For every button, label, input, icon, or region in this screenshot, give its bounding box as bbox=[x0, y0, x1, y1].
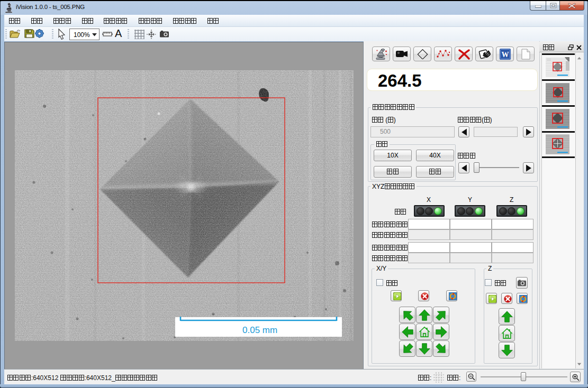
svg-text:W: W bbox=[502, 51, 509, 59]
svg-text:0.05 mm: 0.05 mm bbox=[242, 325, 277, 335]
